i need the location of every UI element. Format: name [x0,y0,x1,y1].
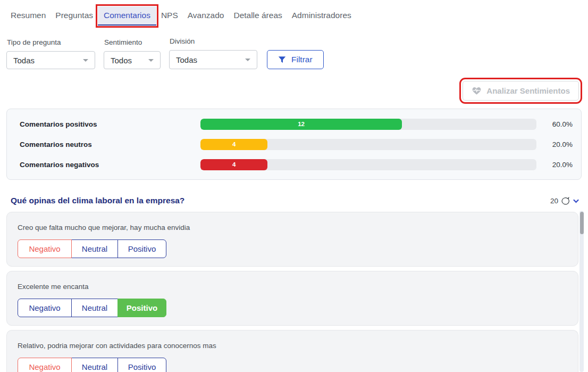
summary-percent: 60.0% [536,120,575,128]
tab-detalle-areas[interactable]: Detalle áreas [229,6,287,26]
neutral-button[interactable]: Neutral [71,358,118,372]
filter-division: División Todas [169,37,257,69]
comment-card: Creo que falta mucho que mejorar, hay mu… [6,212,578,267]
positive-bar-track: 12 [200,119,536,130]
actions-row: Analizar Sentimientos [6,81,582,101]
filter-button-label: Filtrar [291,55,313,64]
comment-card: Excelente me encanta Negativo Neutral Po… [6,271,578,326]
question-title: Qué opinas del clima laboral en la empre… [11,196,184,205]
negative-bar-track: 4 [200,159,536,170]
filter-label: División [170,37,257,45]
question-type-select[interactable]: Todas [6,51,95,69]
comments-list: Creo que falta mucho que mejorar, hay mu… [6,212,578,372]
comments-dashboard: Resumen Preguntas Comentarios NPS Avanza… [0,0,588,372]
filter-button[interactable]: Filtrar [267,50,324,69]
positive-bar: 12 [200,119,402,130]
filter-sentiment: Sentimiento Todos [104,38,161,69]
analyze-sentiments-label: Analizar Sentimientos [486,86,570,95]
tab-comentarios[interactable]: Comentarios [98,6,156,26]
selected-value: Todas [13,56,35,65]
tab-resumen[interactable]: Resumen [6,6,51,26]
heart-pulse-icon [472,87,482,95]
comment-text: Relativo, podria mejorar con actividades… [18,342,567,350]
collapse-chevron-icon[interactable] [573,199,579,203]
tab-preguntas[interactable]: Preguntas [51,6,98,26]
comments-scrollbar[interactable] [579,211,584,372]
question-meta: 20 [550,196,579,205]
summary-percent: 20.0% [536,161,575,169]
negativo-button[interactable]: Negativo [18,239,72,258]
comment-text: Creo que falta mucho que mejorar, hay mu… [18,224,567,232]
neutral-button[interactable]: Neutral [71,239,118,258]
comment-card: Relativo, podria mejorar con actividades… [6,330,578,372]
scrollbar-thumb[interactable] [580,212,584,234]
sentiment-toggle-group: Negativo Neutral Positivo [18,299,166,317]
summary-row-negative: Comentarios negativos 4 20.0% [13,154,575,175]
selected-value: Todas [176,55,197,64]
question-header: Qué opinas del clima laboral en la empre… [11,196,577,205]
summary-label: Comentarios negativos [13,161,200,169]
neutral-bar: 4 [200,139,267,150]
chevron-down-icon [245,59,250,61]
neutral-button[interactable]: Neutral [71,299,118,317]
filter-question-type: Tipo de pregunta Todas [6,38,95,69]
filter-label: Tipo de pregunta [7,38,95,46]
tab-avanzado[interactable]: Avanzado [183,6,229,26]
sentiment-toggle-group: Negativo Neutral Positivo [18,358,166,372]
division-select[interactable]: Todas [169,50,257,69]
sentiment-select[interactable]: Todos [104,51,161,69]
sentiment-summary-panel: Comentarios positivos 12 60.0% Comentari… [6,109,582,180]
selected-value: Todos [111,56,132,65]
filter-label: Sentimiento [104,38,161,46]
filter-bar: Tipo de pregunta Todas Sentimiento Todos… [6,37,582,69]
negativo-button[interactable]: Negativo [18,358,72,372]
summary-row-neutral: Comentarios neutros 4 20.0% [13,134,575,154]
comment-bubble-icon [561,196,570,205]
summary-row-positive: Comentarios positivos 12 60.0% [13,114,575,134]
chevron-down-icon [148,59,154,62]
summary-percent: 20.0% [536,140,575,148]
comment-text: Excelente me encanta [18,283,567,291]
positivo-button[interactable]: Positivo [117,239,166,258]
sentiment-toggle-group: Negativo Neutral Positivo [18,239,166,258]
summary-label: Comentarios neutros [13,140,200,148]
tab-nps[interactable]: NPS [156,6,183,26]
funnel-icon [278,56,286,64]
analyze-sentiments-button[interactable]: Analizar Sentimientos [463,81,579,101]
chevron-down-icon [83,59,88,62]
summary-label: Comentarios positivos [13,120,200,128]
comment-count: 20 [550,197,558,205]
neutral-bar-track: 4 [200,139,536,150]
negativo-button[interactable]: Negativo [18,299,72,317]
positivo-button[interactable]: Positivo [117,358,166,372]
tab-bar: Resumen Preguntas Comentarios NPS Avanza… [0,0,588,27]
positivo-button[interactable]: Positivo [117,299,166,317]
negative-bar: 4 [200,159,267,170]
tab-administradores[interactable]: Administradores [287,6,356,26]
